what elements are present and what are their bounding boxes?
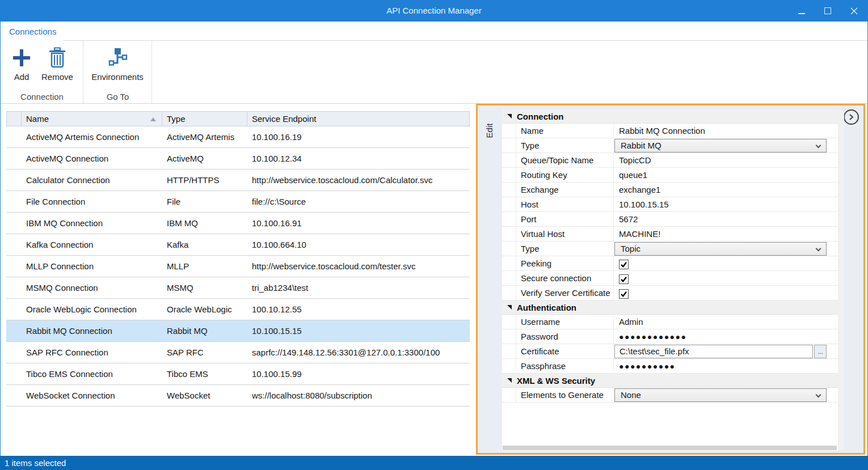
property-row: TypeRabbit MQ: [502, 138, 838, 153]
table-row[interactable]: WebSocket ConnectionWebSocketws://localh…: [6, 385, 470, 407]
peeking-checkbox[interactable]: [619, 260, 629, 269]
property-row: NameRabbit MQ Connection: [502, 124, 838, 138]
environments-button[interactable]: Environments: [89, 42, 146, 82]
cell-endpoint: ws://localhost:8080/subscription: [247, 391, 470, 400]
table-row-selected[interactable]: Rabbit MQ ConnectionRabbit MQ10.100.15.1…: [6, 320, 470, 342]
exchange-field[interactable]: exchange1: [614, 183, 838, 197]
group-label-connection: Connection: [1, 92, 83, 101]
secure-connection-checkbox[interactable]: [619, 274, 629, 284]
collapse-panel-button[interactable]: [844, 109, 859, 125]
queue-type-dropdown[interactable]: Topic: [614, 242, 827, 256]
property-row: Queue/Topic NameTopicCD: [502, 153, 838, 168]
section-header-authentication[interactable]: Authentication: [502, 300, 838, 315]
ribbon: Add Remove: [1, 41, 867, 104]
chevron-down-icon: [816, 392, 821, 397]
table-row[interactable]: Tibco EMS ConnectionTibco EMS10.100.15.9…: [6, 363, 470, 385]
table-row[interactable]: MLLP ConnectionMLLPhttp://webservice.tos…: [6, 256, 470, 277]
property-label: Type: [516, 138, 614, 153]
cell-name: WebSocket Connection: [22, 391, 162, 400]
header-type[interactable]: Type: [162, 112, 247, 126]
table-row[interactable]: ActiveMQ Artemis ConnectionActiveMQ Arte…: [6, 126, 470, 148]
password-field[interactable]: ●●●●●●●●●●●●: [614, 329, 838, 344]
ribbon-tabstrip: Connections: [1, 22, 867, 41]
property-row: Port5672: [502, 212, 838, 227]
cell-name: Kafka Connection: [22, 240, 162, 249]
environments-graph-icon: [107, 44, 128, 71]
host-field[interactable]: 10.100.15.15: [614, 197, 838, 211]
virtual-host-field[interactable]: MACHINE!: [614, 227, 838, 241]
horizontal-scrollbar[interactable]: [503, 446, 837, 450]
property-row: Host10.100.15.15: [502, 197, 838, 212]
cell-name: MLLP Connection: [22, 261, 162, 271]
remove-button[interactable]: Remove: [39, 42, 75, 82]
cell-name: ActiveMQ Connection: [22, 154, 162, 163]
property-row: Elements to GenerateNone: [502, 388, 838, 403]
cell-name: IBM MQ Connection: [22, 218, 162, 228]
cell-type: Kafka: [162, 240, 247, 249]
elements-to-generate-dropdown[interactable]: None: [614, 388, 827, 402]
cell-endpoint: http://webservice.toscacloud.com/tester.…: [247, 261, 470, 271]
table-row[interactable]: Kafka ConnectionKafka10.100.664.10: [6, 234, 470, 256]
table-row[interactable]: Calculator ConnectionHTTP/HTTPShttp://we…: [6, 170, 470, 191]
table-row[interactable]: IBM MQ ConnectionIBM MQ10.100.16.91: [6, 213, 470, 234]
table-row[interactable]: Oracle WebLogic ConnectionOracle WebLogi…: [6, 299, 470, 320]
certificate-path-input[interactable]: C:\test\sec_file.pfx: [614, 345, 813, 358]
minimize-button[interactable]: [789, 0, 815, 22]
main-content: Name Type Service Endpoint ActiveMQ Arte…: [1, 104, 867, 456]
cell-name: MSMQ Connection: [22, 283, 162, 293]
maximize-icon: [824, 7, 831, 14]
cell-endpoint: 10.100.16.19: [247, 132, 470, 142]
window-controls: [789, 0, 867, 22]
section-header-connection[interactable]: Connection: [502, 109, 838, 124]
property-row: Peeking: [502, 256, 838, 271]
type-dropdown[interactable]: Rabbit MQ: [614, 139, 827, 153]
property-row: CertificateC:\test\sec_file.pfx...: [502, 344, 838, 359]
table-row[interactable]: ActiveMQ ConnectionActiveMQ10.100.12.34: [6, 148, 470, 170]
trash-icon: [48, 44, 67, 71]
property-label: Name: [516, 124, 614, 138]
header-selector: [7, 112, 22, 126]
header-name[interactable]: Name: [22, 112, 162, 126]
cell-type: Oracle WebLogic: [162, 304, 247, 314]
cell-type: SAP RFC: [162, 348, 247, 357]
edit-panel-label: Edit: [479, 116, 500, 145]
verify-server-certificate-checkbox[interactable]: [619, 289, 629, 299]
cell-endpoint: 10.100.15.99: [247, 369, 470, 379]
username-field[interactable]: Admin: [614, 315, 838, 329]
property-label: Username: [516, 315, 614, 329]
cell-name: Tibco EMS Connection: [22, 369, 162, 379]
table-header: Name Type Service Endpoint: [6, 111, 470, 126]
tab-connections[interactable]: Connections: [9, 22, 56, 41]
browse-certificate-button[interactable]: ...: [814, 345, 827, 358]
name-field[interactable]: Rabbit MQ Connection: [614, 124, 838, 138]
cell-name: File Connection: [22, 197, 162, 206]
maximize-button[interactable]: [815, 0, 841, 22]
table-row[interactable]: File ConnectionFilefile://c:\Source: [6, 191, 470, 213]
cell-type: File: [162, 197, 247, 206]
property-row: Passphrase●●●●●●●●●●: [502, 359, 838, 374]
queue-topic-name-field[interactable]: TopicCD: [614, 153, 838, 167]
table-row[interactable]: SAP RFC ConnectionSAP RFCsaprfc://149.14…: [6, 342, 470, 363]
close-icon: [850, 7, 858, 15]
property-label: Elements to Generate: [516, 388, 614, 402]
sort-ascending-icon: [150, 117, 156, 121]
section-header-xml-ws-security[interactable]: XML & WS Security: [502, 374, 838, 388]
property-grid: Connection NameRabbit MQ Connection Type…: [502, 109, 844, 451]
minimize-icon: [798, 13, 805, 14]
close-button[interactable]: [841, 0, 867, 22]
environments-button-label: Environments: [91, 72, 144, 82]
property-row: TypeTopic: [502, 242, 838, 256]
cell-type: ActiveMQ: [162, 154, 247, 163]
port-field[interactable]: 5672: [614, 212, 838, 226]
passphrase-field[interactable]: ●●●●●●●●●●: [614, 359, 838, 373]
cell-endpoint: 10.100.664.10: [247, 240, 470, 249]
connections-table: Name Type Service Endpoint ActiveMQ Arte…: [6, 111, 470, 407]
add-button[interactable]: Add: [4, 42, 39, 82]
cell-name: ActiveMQ Artemis Connection: [22, 132, 162, 142]
property-label: Certificate: [516, 344, 614, 358]
property-row: UsernameAdmin: [502, 315, 838, 329]
header-service-endpoint[interactable]: Service Endpoint: [247, 112, 469, 126]
table-row[interactable]: MSMQ ConnectionMSMQtri_ab1234\test: [6, 277, 470, 299]
edit-panel: Edit Connection NameRabbit MQ Connection…: [476, 104, 865, 455]
routing-key-field[interactable]: queue1: [614, 168, 838, 182]
